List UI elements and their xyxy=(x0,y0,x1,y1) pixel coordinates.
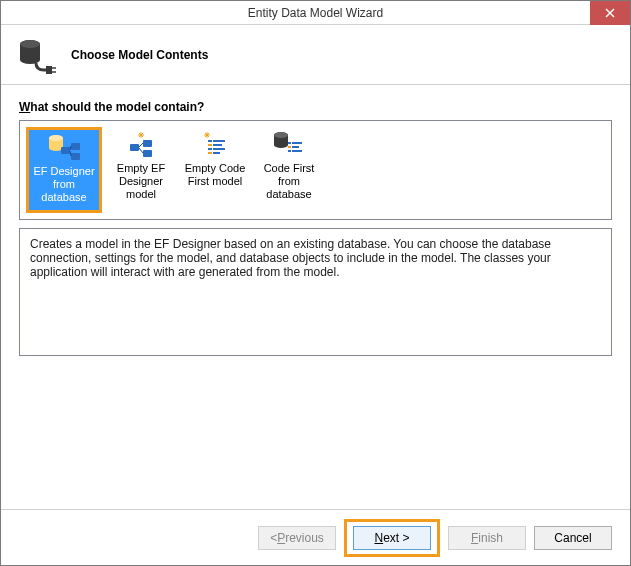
svg-point-41 xyxy=(274,142,288,148)
svg-point-12 xyxy=(49,135,63,141)
svg-rect-14 xyxy=(71,143,80,150)
previous-button: < Previous xyxy=(258,526,336,550)
svg-rect-15 xyxy=(71,153,80,160)
svg-rect-29 xyxy=(208,144,212,146)
svg-rect-44 xyxy=(292,142,302,144)
window-title: Entity Data Model Wizard xyxy=(1,6,630,20)
description-box: Creates a model in the EF Designer based… xyxy=(19,228,612,356)
empty-code-first-icon xyxy=(198,130,232,160)
svg-point-4 xyxy=(20,56,40,64)
footer-buttons: < Previous Next > Finish Cancel xyxy=(1,509,630,565)
svg-rect-45 xyxy=(288,146,291,148)
content-area: What should the model contain? xyxy=(1,85,630,509)
svg-rect-31 xyxy=(208,148,212,150)
svg-line-22 xyxy=(139,148,143,153)
svg-line-17 xyxy=(70,151,71,156)
svg-rect-18 xyxy=(130,144,139,151)
code-first-db-icon xyxy=(272,130,306,160)
selection-highlight: EF Designer from database xyxy=(26,127,102,213)
svg-rect-27 xyxy=(208,140,212,142)
svg-point-42 xyxy=(274,132,288,138)
option-label: Empty Code First model xyxy=(182,162,248,188)
svg-rect-46 xyxy=(292,146,299,148)
close-button[interactable] xyxy=(590,1,630,25)
header-strip: Choose Model Contents xyxy=(1,25,630,85)
header-title: Choose Model Contents xyxy=(71,48,208,62)
option-code-first-from-db[interactable]: Code First from database xyxy=(254,127,324,213)
cancel-button[interactable]: Cancel xyxy=(534,526,612,550)
option-label: Code First from database xyxy=(256,162,322,201)
database-plug-icon xyxy=(16,35,56,75)
svg-rect-13 xyxy=(61,147,70,154)
svg-point-5 xyxy=(20,40,40,48)
option-empty-code-first[interactable]: Empty Code First model xyxy=(180,127,250,213)
svg-line-16 xyxy=(70,146,71,150)
svg-rect-33 xyxy=(208,152,212,154)
titlebar: Entity Data Model Wizard xyxy=(1,1,630,25)
model-options-list: EF Designer from database xyxy=(19,120,612,220)
svg-rect-6 xyxy=(46,66,52,74)
svg-rect-32 xyxy=(213,148,225,150)
option-label: EF Designer from database xyxy=(31,165,97,204)
option-ef-designer-from-db[interactable]: EF Designer from database xyxy=(29,130,99,210)
ef-designer-db-icon xyxy=(47,133,81,163)
description-text: Creates a model in the EF Designer based… xyxy=(30,237,551,279)
next-highlight: Next > xyxy=(344,519,440,557)
wizard-window: Entity Data Model Wizard Choose Model Co… xyxy=(0,0,631,566)
prompt-label: What should the model contain? xyxy=(19,100,612,114)
svg-rect-47 xyxy=(288,150,291,152)
svg-rect-28 xyxy=(213,140,225,142)
finish-button: Finish xyxy=(448,526,526,550)
next-button[interactable]: Next > xyxy=(353,526,431,550)
option-empty-ef-designer[interactable]: Empty EF Designer model xyxy=(106,127,176,213)
svg-point-11 xyxy=(49,145,63,151)
option-label: Empty EF Designer model xyxy=(108,162,174,201)
close-icon xyxy=(605,8,615,18)
svg-rect-19 xyxy=(143,140,152,147)
empty-designer-icon xyxy=(124,130,158,160)
svg-rect-48 xyxy=(292,150,302,152)
svg-rect-43 xyxy=(288,142,291,144)
svg-rect-20 xyxy=(143,150,152,157)
svg-rect-34 xyxy=(213,152,220,154)
svg-rect-30 xyxy=(213,144,222,146)
svg-line-21 xyxy=(139,143,143,147)
